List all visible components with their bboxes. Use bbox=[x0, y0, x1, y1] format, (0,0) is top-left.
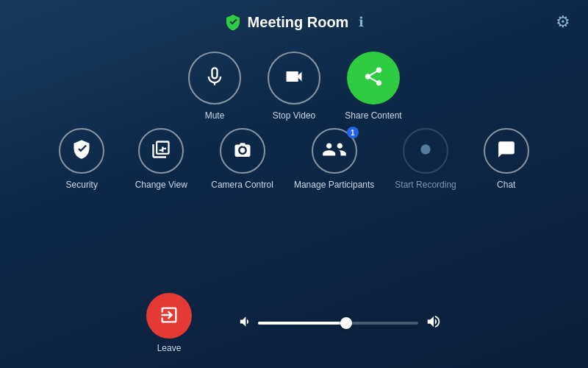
controls-area: Mute Stop Video Share Content bbox=[52, 52, 535, 281]
manage-participants-control[interactable]: 1 Manage Participants bbox=[294, 128, 374, 190]
chat-label: Chat bbox=[497, 180, 515, 190]
settings-icon[interactable]: ⚙ bbox=[556, 13, 570, 32]
security-label: Security bbox=[66, 180, 98, 190]
participants-icon bbox=[322, 139, 347, 163]
participants-badge: 1 bbox=[347, 127, 359, 138]
camera-icon: ↔ bbox=[232, 139, 253, 163]
share-icon bbox=[362, 66, 384, 91]
change-view-icon bbox=[150, 139, 172, 163]
volume-slider-fill bbox=[258, 322, 346, 325]
microphone-icon bbox=[204, 66, 225, 90]
chat-control[interactable]: Chat bbox=[477, 128, 536, 190]
mute-control[interactable]: Mute bbox=[185, 52, 244, 121]
volume-slider-track[interactable] bbox=[258, 322, 418, 325]
camera-control-label: Camera Control bbox=[211, 180, 273, 190]
record-icon bbox=[418, 142, 433, 160]
svg-text:↔: ↔ bbox=[240, 143, 246, 149]
volume-high-icon bbox=[426, 314, 442, 333]
change-view-control[interactable]: Change View bbox=[132, 128, 190, 190]
info-icon[interactable]: ℹ bbox=[359, 14, 364, 30]
chat-icon bbox=[496, 140, 517, 162]
svg-point-1 bbox=[420, 144, 430, 154]
camera-control-button[interactable]: ↔ bbox=[220, 128, 265, 174]
camera-control-control[interactable]: ↔ Camera Control bbox=[211, 128, 273, 190]
bottom-area: Leave bbox=[0, 281, 588, 368]
leave-icon bbox=[159, 305, 179, 328]
start-recording-label: Start Recording bbox=[395, 180, 456, 190]
controls-row-1: Mute Stop Video Share Content bbox=[185, 52, 403, 121]
stop-video-control[interactable]: Stop Video bbox=[265, 52, 323, 121]
meeting-title: Meeting Room bbox=[248, 14, 349, 31]
start-recording-button[interactable] bbox=[403, 128, 448, 174]
leave-label: Leave bbox=[157, 343, 182, 353]
header: Meeting Room ℹ ⚙ bbox=[0, 0, 588, 44]
start-recording-control[interactable]: Start Recording bbox=[395, 128, 456, 190]
share-content-control[interactable]: Share Content bbox=[344, 52, 403, 121]
leave-button[interactable] bbox=[146, 293, 192, 339]
share-content-label: Share Content bbox=[345, 110, 401, 121]
change-view-button[interactable] bbox=[138, 128, 184, 174]
video-icon bbox=[283, 66, 305, 90]
stop-video-label: Stop Video bbox=[273, 110, 316, 121]
volume-control bbox=[236, 314, 442, 333]
security-icon bbox=[71, 139, 92, 163]
security-control[interactable]: Security bbox=[52, 128, 111, 190]
volume-slider-thumb[interactable] bbox=[340, 317, 352, 329]
controls-row-2: Security Change View ↔ Camera Control bbox=[52, 128, 535, 190]
stop-video-button[interactable] bbox=[268, 52, 320, 105]
change-view-label: Change View bbox=[135, 180, 187, 190]
mute-label: Mute bbox=[205, 110, 225, 121]
chat-button[interactable] bbox=[484, 128, 529, 174]
manage-participants-button[interactable]: 1 bbox=[312, 128, 357, 174]
leave-container: Leave bbox=[146, 293, 192, 353]
volume-low-icon bbox=[236, 314, 251, 332]
manage-participants-label: Manage Participants bbox=[294, 180, 374, 190]
shield-icon bbox=[224, 13, 242, 31]
security-button[interactable] bbox=[59, 128, 104, 174]
title-group: Meeting Room ℹ bbox=[224, 13, 365, 31]
share-content-button[interactable] bbox=[347, 52, 400, 105]
mute-button[interactable] bbox=[188, 52, 241, 105]
